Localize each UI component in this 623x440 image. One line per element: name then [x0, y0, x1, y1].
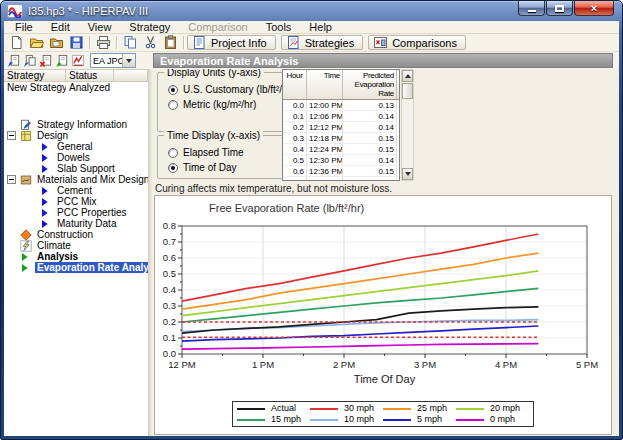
- legend-swatch-icon: [310, 419, 338, 421]
- tree-expander-icon[interactable]: [7, 175, 16, 184]
- strategy-selector-dropdown-button[interactable]: [122, 54, 135, 67]
- radio-option-label: U.S. Customary (lb/ft²/hr): [183, 84, 294, 95]
- display-units-title: Display Units (y-axis): [164, 69, 264, 78]
- cut-icon: [143, 35, 158, 50]
- tree-item-evaporation-rate-analysis[interactable]: Evaporation Rate Analysis: [4, 262, 148, 273]
- cut-button[interactable]: [140, 34, 160, 51]
- menu-item-edit[interactable]: Edit: [42, 21, 79, 33]
- legend-swatch-icon: [310, 408, 338, 410]
- table-cell: 0.5: [283, 155, 307, 166]
- legend-label: 20 mph: [490, 403, 520, 414]
- chart-legend: Actual30 mph25 mph20 mph15 mph10 mph5 mp…: [232, 401, 534, 427]
- radio-indicator-icon: [168, 148, 178, 158]
- tree-item-dowels[interactable]: Dowels: [4, 152, 148, 163]
- open-project-icon: [49, 35, 64, 50]
- menu-item-strategy[interactable]: Strategy: [120, 21, 179, 33]
- svg-text:1 PM: 1 PM: [252, 359, 274, 370]
- tree-item-label: Slab Support: [55, 163, 117, 174]
- tree-item-materials-and-mix-design[interactable]: Materials and Mix Design: [4, 174, 148, 185]
- radio-option-label: Time of Day: [183, 162, 237, 173]
- scroll-up-button[interactable]: [402, 70, 413, 82]
- app-logo-icon: [7, 4, 23, 18]
- tree-item-construction[interactable]: Construction: [4, 229, 148, 240]
- table-cell: 12:06 PM: [307, 111, 343, 122]
- project-info-label: Project Info: [211, 37, 267, 49]
- comparisons-label: Comparisons: [392, 37, 457, 49]
- copy-strategy-button[interactable]: [22, 53, 38, 69]
- maximize-button[interactable]: [546, 1, 573, 16]
- tree-item-label: PCC Mix: [55, 196, 98, 207]
- table-cell: 0.15: [343, 144, 397, 155]
- tree-item-maturity-data[interactable]: Maturity Data: [4, 218, 148, 229]
- strategy-tree: Strategy InformationDesignGeneralDowelsS…: [4, 115, 148, 436]
- scroll-down-button[interactable]: [402, 168, 413, 180]
- tree-item-analysis[interactable]: Analysis: [4, 251, 148, 262]
- menu-item-view[interactable]: View: [79, 21, 121, 33]
- tree-item-pcc-properties[interactable]: PCC Properties: [4, 207, 148, 218]
- open-folder-icon: [29, 35, 44, 50]
- run-strategy-button[interactable]: [54, 53, 70, 69]
- comparisons-button[interactable]: Comparisons: [368, 35, 466, 50]
- chart-panel: Free Evaporation Rate (lb/ft²/hr) 0.00.1…: [154, 195, 612, 435]
- legend-swatch-icon: [237, 419, 265, 421]
- tree-expander-icon[interactable]: [7, 131, 16, 140]
- paste-button[interactable]: [160, 34, 180, 51]
- table-cell: 0.4: [283, 144, 307, 155]
- strategy-selector-value: EA JPCP: [91, 56, 122, 66]
- tree-item-cement[interactable]: Cement: [4, 185, 148, 196]
- strategy-row[interactable]: New Strategy 1Analyzed: [4, 82, 148, 94]
- radio-option-elapsed-time[interactable]: Elapsed Time: [168, 145, 286, 160]
- client-area: FileEditViewStrategyComparisonToolsHelp …: [4, 21, 619, 436]
- open-folder-button[interactable]: [26, 34, 46, 51]
- strategies-button[interactable]: Strategies: [281, 35, 364, 50]
- analysis-chart-button[interactable]: [70, 53, 86, 69]
- menu-bar: FileEditViewStrategyComparisonToolsHelp: [4, 21, 619, 34]
- left-pane: StrategyStatusNew Strategy 1Analyzed Str…: [4, 69, 148, 436]
- chart-title: Free Evaporation Rate (lb/ft²/hr): [209, 202, 364, 214]
- tree-item-pcc-mix[interactable]: PCC Mix: [4, 196, 148, 207]
- strategies-icon: [286, 35, 301, 50]
- table-cell: 0.7: [283, 177, 307, 181]
- copy-button[interactable]: [120, 34, 140, 51]
- svg-text:3 PM: 3 PM: [414, 359, 436, 370]
- menu-item-tools[interactable]: Tools: [257, 21, 301, 33]
- tree-item-label: PCC Properties: [55, 207, 128, 218]
- open-project-button[interactable]: [46, 34, 66, 51]
- blue-arrow-icon: [40, 197, 52, 207]
- save-button[interactable]: [66, 34, 86, 51]
- table-cell: 12:18 PM: [307, 133, 343, 144]
- scroll-thumb[interactable]: [402, 83, 413, 99]
- close-button[interactable]: ×: [574, 1, 614, 16]
- delete-strategy-button[interactable]: [38, 53, 54, 69]
- legend-label: 15 mph: [271, 414, 301, 425]
- radio-option-time-of-day[interactable]: Time of Day: [168, 160, 286, 175]
- table-cell: 0.15: [343, 166, 397, 177]
- minimize-button[interactable]: [518, 1, 545, 16]
- evaporation-table: HourTimePredictedEvaporation Rate0.012:0…: [282, 69, 400, 181]
- tree-item-general[interactable]: General: [4, 141, 148, 152]
- tree-item-label: Analysis: [35, 251, 80, 262]
- display-units-group: Display Units (y-axis) U.S. Customary (l…: [157, 72, 287, 132]
- strategy-list-column-status[interactable]: Status: [66, 69, 114, 82]
- radio-option-metric-kg-m-hr[interactable]: Metric (kg/m²/hr): [168, 97, 286, 112]
- strategy-selector[interactable]: EA JPCP: [90, 53, 136, 68]
- strategy-list-column-strategy[interactable]: Strategy: [4, 69, 66, 82]
- menu-item-file[interactable]: File: [6, 21, 42, 33]
- menu-item-help[interactable]: Help: [300, 21, 341, 33]
- print-button[interactable]: [93, 34, 113, 51]
- menu-item-comparison[interactable]: Comparison: [179, 21, 256, 33]
- add-strategy-button[interactable]: [6, 53, 22, 69]
- legend-swatch-icon: [456, 419, 484, 421]
- tree-item-strategy-information[interactable]: Strategy Information: [4, 119, 148, 130]
- tree-item-design[interactable]: Design: [4, 130, 148, 141]
- table-cell: 0.14: [343, 111, 397, 122]
- tree-item-climate[interactable]: Climate: [4, 240, 148, 251]
- project-info-button[interactable]: Project Info: [187, 35, 276, 50]
- table-cell: 0.0: [283, 100, 307, 111]
- blue-arrow-icon: [40, 186, 52, 196]
- tree-item-slab-support[interactable]: Slab Support: [4, 163, 148, 174]
- radio-indicator-icon: [168, 85, 178, 95]
- radio-option-u-s-customary-lb-ft-hr[interactable]: U.S. Customary (lb/ft²/hr): [168, 82, 286, 97]
- new-document-button[interactable]: [6, 34, 26, 51]
- materials-icon: [20, 174, 32, 186]
